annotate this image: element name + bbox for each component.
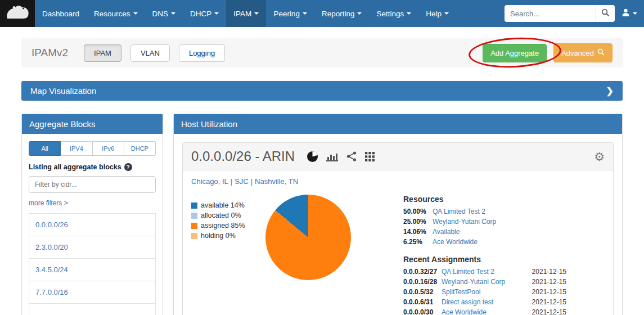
page-content: IPAMv2 IPAM VLAN Logging Add Aggregate A…	[0, 38, 644, 315]
user-icon	[622, 8, 630, 19]
nav-item-dns[interactable]: DNS	[145, 0, 183, 27]
pie-chart-icon[interactable]	[307, 151, 318, 162]
chevron-right-icon: ❯	[606, 86, 614, 96]
location-separator: |	[231, 177, 232, 186]
assignment-link[interactable]: Weyland-Yutani Corp	[442, 278, 527, 286]
aggregate-block-row[interactable]: 2.3.0.0/20	[29, 236, 156, 259]
assignment-date: 2021-12-15	[527, 288, 566, 296]
utilization-stats: Resources 50.00%QA Limited Test 2 25.00%…	[403, 195, 566, 315]
locations-line: Chicago, IL|SJC|Nashville, TN	[191, 177, 605, 186]
aggregate-block-row[interactable]: 7.7.0.0/16	[29, 281, 156, 304]
resource-link[interactable]: QA Limited Test 2	[433, 208, 485, 215]
chevron-down-icon	[214, 12, 219, 15]
assignment-link[interactable]: SplitTestPool	[442, 288, 527, 296]
assignment-link[interactable]: Direct assign test	[442, 298, 527, 306]
search-input[interactable]	[505, 5, 596, 22]
chevron-down-icon	[407, 12, 411, 15]
legend-swatch	[191, 202, 197, 209]
assignment-row: 0.0.0.0/30Ace Worldwide2021-12-15	[403, 308, 566, 315]
chart-view-icons	[307, 151, 375, 162]
tab-vlan[interactable]: VLAN	[130, 44, 170, 62]
chevron-down-icon	[357, 12, 362, 15]
aggregate-block-row-partial[interactable]	[29, 303, 156, 315]
legend-swatch	[191, 233, 197, 239]
host-utilization-header: Host Utilization	[174, 114, 622, 134]
search-icon	[597, 48, 605, 57]
panels-row: Aggregate Blocks All IPV4 IPv6 DHCP List…	[21, 114, 623, 315]
more-filters-link[interactable]: more filters >	[29, 199, 68, 207]
assignment-row: 0.0.0.5/32SplitTestPool2021-12-15	[403, 288, 566, 296]
chevron-down-icon	[444, 12, 449, 15]
block-utilization-card: 0.0.0.0/26 - ARIN	[182, 142, 614, 315]
resource-link[interactable]: Available	[433, 228, 460, 236]
filter-tab-dhcp[interactable]: DHCP	[124, 141, 156, 156]
legend-swatch	[191, 213, 197, 219]
page-title: IPAMv2	[31, 47, 68, 59]
host-utilization-panel: Host Utilization 0.0.0.0/26 - ARIN	[173, 114, 623, 315]
grid-view-icon[interactable]	[365, 152, 375, 161]
search-icon	[601, 8, 610, 19]
legend-swatch	[191, 223, 197, 229]
location-separator: |	[251, 177, 253, 186]
aggregate-blocks-header: Aggregate Blocks	[22, 114, 163, 134]
nav-item-peering[interactable]: Peering	[266, 0, 314, 27]
resource-link[interactable]: Ace Worldwide	[433, 238, 478, 246]
nav-item-reporting[interactable]: Reporting	[314, 0, 370, 27]
assignment-link[interactable]: Ace Worldwide	[442, 308, 527, 315]
logo[interactable]	[0, 0, 35, 27]
map-visualization-bar[interactable]: Map Visualization ❯	[21, 81, 623, 101]
block-card-header: 0.0.0.0/26 - ARIN	[183, 143, 613, 170]
nav-item-ipam[interactable]: IPAM	[226, 0, 266, 27]
navbar-right	[505, 0, 644, 27]
legend-item-allocated: allocated 0%	[191, 212, 265, 219]
assignment-row: 0.0.0.6/31Direct assign test2021-12-15	[403, 298, 566, 306]
filter-tab-ipv6[interactable]: IPv6	[93, 141, 124, 156]
search-button[interactable]	[596, 5, 615, 22]
assignment-date: 2021-12-15	[527, 268, 566, 276]
legend-item-assigned: assigned 85%	[191, 222, 265, 230]
assignment-row: 0.0.0.32/27QA Limited Test 22021-12-15	[403, 268, 566, 276]
share-icon[interactable]	[346, 151, 357, 161]
tab-logging[interactable]: Logging	[179, 44, 225, 62]
filter-tab-ipv4[interactable]: IPV4	[61, 141, 92, 156]
resource-link[interactable]: Weyland-Yutani Corp	[433, 218, 496, 226]
resource-row: 14.06%Available	[403, 228, 566, 236]
assignment-link[interactable]: QA Limited Test 2	[442, 268, 527, 276]
advanced-search-button[interactable]: Advanced	[553, 43, 613, 62]
screen: Dashboard Resources DNS DHCP IPAM Peerin…	[0, 0, 644, 315]
polar-bear-logo-icon	[4, 3, 30, 24]
navbar: Dashboard Resources DNS DHCP IPAM Peerin…	[0, 0, 644, 27]
nav-item-settings[interactable]: Settings	[369, 0, 418, 27]
legend-item-available: available 14%	[191, 201, 265, 209]
listing-label: Listing all aggregate blocks ?	[29, 163, 156, 171]
resource-row: 50.00%QA Limited Test 2	[403, 208, 566, 215]
cidr-filter-input[interactable]	[29, 176, 156, 193]
user-menu[interactable]	[622, 8, 637, 19]
bar-chart-icon[interactable]	[326, 152, 338, 161]
resource-row: 6.25%Ace Worldwide	[403, 238, 566, 246]
assignment-date: 2021-12-15	[527, 308, 566, 315]
location-link[interactable]: Chicago, IL	[191, 177, 228, 186]
aggregate-blocks-body: All IPV4 IPv6 DHCP Listing all aggregate…	[22, 134, 163, 315]
resources-heading: Resources	[403, 195, 566, 204]
help-icon[interactable]: ?	[124, 163, 132, 171]
nav-item-dhcp[interactable]: DHCP	[183, 0, 226, 27]
nav-item-dashboard[interactable]: Dashboard	[35, 0, 87, 27]
nav-item-resources[interactable]: Resources	[87, 0, 145, 27]
tab-ipam[interactable]: IPAM	[84, 44, 121, 62]
gear-icon[interactable]: ⚙	[594, 151, 605, 163]
aggregate-block-row[interactable]: 3.4.5.0/24	[29, 258, 156, 281]
search-group	[505, 5, 615, 22]
recent-assignments-heading: Recent Assignments	[403, 255, 566, 264]
aggregate-block-list: 0.0.0.0/26 2.3.0.0/20 3.4.5.0/24 7.7.0.0…	[29, 213, 156, 315]
aggregate-block-row[interactable]: 0.0.0.0/26	[29, 213, 156, 236]
location-link[interactable]: SJC	[235, 177, 249, 186]
nav-item-help[interactable]: Help	[418, 0, 456, 27]
page-header: IPAMv2 IPAM VLAN Logging Add Aggregate A…	[21, 38, 623, 68]
assignment-date: 2021-12-15	[527, 278, 566, 286]
host-utilization-body: 0.0.0.0/26 - ARIN	[174, 134, 622, 315]
nav-menu: Dashboard Resources DNS DHCP IPAM Peerin…	[35, 0, 456, 27]
add-aggregate-button[interactable]: Add Aggregate	[483, 44, 547, 62]
location-link[interactable]: Nashville, TN	[255, 177, 298, 186]
filter-tab-all[interactable]: All	[29, 141, 61, 156]
